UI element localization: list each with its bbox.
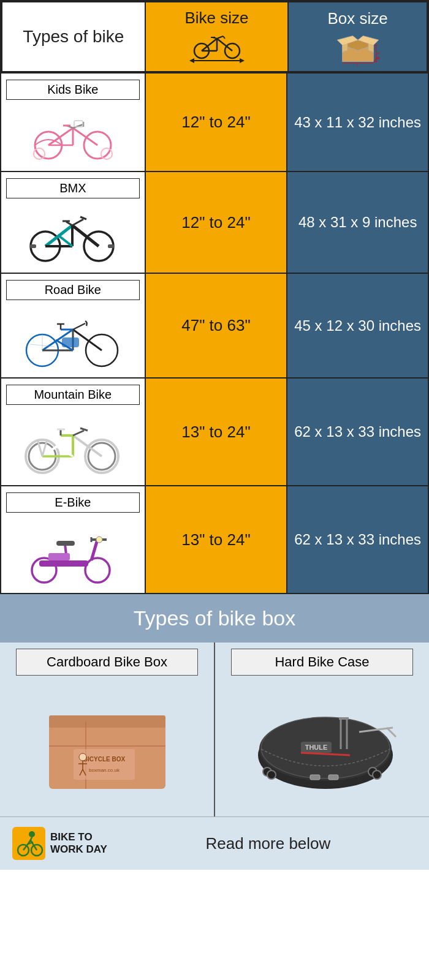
svg-point-90: [96, 537, 102, 543]
bmx-image: [6, 202, 140, 266]
box-mountain-text: 62 x 13 x 33 inches: [294, 421, 421, 442]
svg-line-41: [72, 225, 99, 246]
btwd-text: BIKE TO WORK DAY: [50, 831, 107, 856]
svg-rect-88: [56, 541, 75, 546]
svg-point-98: [79, 753, 86, 761]
row-ebike: E-Bike: [0, 485, 429, 594]
cell-box-road: 45 x 12 x 30 inches: [287, 274, 428, 377]
svg-rect-111: [373, 771, 381, 779]
cell-size-bmx: 12" to 24": [146, 172, 288, 273]
size-bmx-text: 12" to 24": [181, 213, 250, 232]
size-kids-text: 12" to 24": [181, 113, 250, 132]
kids-bike-label: Kids Bike: [6, 80, 140, 100]
cardboard-box-label: Cardboard Bike Box: [16, 649, 197, 676]
boxes-row: Cardboard Bike Box BICYCLE BOX boxman.co…: [0, 643, 429, 816]
svg-line-27: [48, 128, 73, 145]
cell-size-ebike: 13" to 24": [146, 486, 288, 593]
svg-rect-109: [267, 771, 276, 779]
mountain-bike-label: Mountain Bike: [6, 385, 140, 405]
bottom-section: Types of bike box Cardboard Bike Box BIC…: [0, 594, 429, 870]
svg-rect-89: [48, 553, 70, 560]
svg-point-121: [29, 831, 35, 837]
cell-type-kids: Kids Bike: [1, 74, 146, 171]
box-header-icon: H L W: [336, 31, 379, 64]
header-col2: Bike size: [146, 1, 288, 72]
row-mountain-bike: Mountain Bike: [0, 377, 429, 485]
svg-text:BICYCLE BOX: BICYCLE BOX: [83, 756, 125, 763]
header-col1: Types of bike: [1, 1, 146, 72]
hard-case-label: Hard Bike Case: [231, 649, 412, 676]
svg-marker-12: [240, 58, 245, 63]
svg-line-119: [387, 728, 396, 737]
svg-text:W: W: [376, 56, 380, 60]
svg-text:THULE: THULE: [305, 744, 327, 751]
svg-text:H: H: [377, 51, 379, 55]
svg-line-6: [217, 36, 223, 39]
svg-text:L: L: [356, 63, 359, 67]
cell-type-road: Road Bike: [1, 274, 146, 377]
cell-box-mountain: 62 x 13 x 33 inches: [287, 379, 428, 485]
svg-rect-112: [310, 775, 320, 780]
header-col3: Box size H L W: [287, 1, 428, 72]
cell-box-kids: 43 x 11 x 32 inches: [287, 74, 428, 171]
svg-line-70: [73, 435, 102, 456]
row-bmx: BMX 12: [0, 171, 429, 273]
svg-point-81: [85, 558, 110, 582]
read-more-text: Read more below: [120, 834, 417, 853]
section-title-bar: Types of bike box: [0, 594, 429, 643]
svg-line-46: [80, 217, 86, 219]
cell-size-kids: 12" to 24": [146, 74, 288, 171]
size-ebike-text: 13" to 24": [181, 530, 250, 549]
svg-rect-83: [39, 560, 88, 567]
cell-size-road: 47" to 63": [146, 274, 288, 377]
ebike-image: [6, 516, 140, 587]
bike-size-icon: [189, 31, 245, 65]
cardboard-box-svg: BICYCLE BOX boxman.co.uk: [37, 691, 178, 795]
cell-box-bmx: 48 x 31 x 9 inches: [287, 172, 428, 273]
footer-bar: BIKE TO WORK DAY Read more below: [0, 816, 429, 870]
svg-line-77: [73, 431, 84, 435]
bmx-label: BMX: [6, 178, 140, 198]
svg-line-7: [223, 36, 225, 39]
svg-line-78: [80, 428, 88, 431]
header-col2-text: Bike size: [184, 9, 248, 28]
cardboard-box-col: Cardboard Bike Box BICYCLE BOX boxman.co…: [0, 643, 215, 816]
section-title-text: Types of bike box: [134, 606, 296, 630]
hard-case-col: Hard Bike Case THULE: [215, 643, 429, 816]
svg-text:boxman.co.uk: boxman.co.uk: [89, 767, 120, 773]
row-kids-bike: Kids Bike: [0, 72, 429, 171]
cardboard-box-image-area: BICYCLE BOX boxman.co.uk: [6, 676, 208, 810]
header-col3-text: Box size: [328, 9, 388, 28]
hard-case-image-area: THULE: [221, 676, 423, 810]
cell-type-ebike: E-Bike: [1, 486, 146, 593]
box-ebike-text: 62 x 13 x 33 inches: [294, 529, 421, 550]
svg-line-75: [37, 439, 42, 456]
svg-line-45: [72, 219, 83, 225]
svg-rect-50: [108, 244, 114, 248]
btwd-logo: BIKE TO WORK DAY: [12, 827, 107, 860]
size-arrow: [189, 56, 245, 65]
road-bike-image: [6, 304, 140, 371]
svg-rect-49: [30, 244, 36, 248]
svg-rect-113: [328, 775, 338, 780]
box-bmx-text: 48 x 31 x 9 inches: [298, 212, 417, 233]
ebike-label: E-Bike: [6, 492, 140, 513]
btwd-icon-svg: [12, 827, 45, 860]
hard-case-svg: THULE: [246, 694, 399, 792]
svg-rect-92: [49, 715, 165, 728]
svg-marker-11: [189, 58, 194, 63]
size-mountain-text: 13" to 24": [181, 423, 250, 442]
box-road-text: 45 x 12 x 30 inches: [294, 315, 421, 336]
cell-type-bmx: BMX: [1, 172, 146, 273]
svg-line-47: [66, 222, 72, 225]
box-kids-text: 43 x 11 x 32 inches: [294, 112, 421, 133]
row-road-bike: Road Bike: [0, 273, 429, 377]
cell-type-mountain: Mountain Bike: [1, 379, 146, 485]
svg-line-28: [73, 128, 97, 145]
kids-bike-image: [6, 104, 140, 165]
road-bike-label: Road Bike: [6, 280, 140, 300]
cell-box-ebike: 62 x 13 x 33 inches: [287, 486, 428, 593]
size-road-text: 47" to 63": [181, 316, 250, 335]
svg-line-59: [73, 323, 85, 330]
svg-rect-62: [62, 337, 79, 347]
